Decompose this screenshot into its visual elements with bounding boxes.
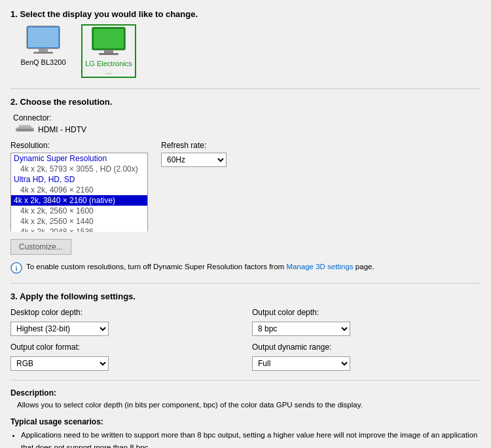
- svg-rect-1: [28, 28, 58, 47]
- divider3: [10, 380, 481, 381]
- monitor-icon-benq: [24, 26, 62, 56]
- output-dynamic-range-select[interactable]: Full Limited: [252, 356, 350, 371]
- resolution-section: Resolution: Dynamic Super Resolution 4k …: [10, 141, 481, 231]
- step2-title: 2. Choose the resolution.: [10, 97, 481, 107]
- refresh-rate-select[interactable]: 60Hz 30Hz 24Hz: [161, 153, 227, 167]
- resolution-list-inner: Dynamic Super Resolution 4k x 2k, 5793 ×…: [11, 153, 147, 232]
- refresh-label: Refresh rate:: [161, 141, 227, 150]
- res-item-uhd[interactable]: Ultra HD, HD, SD: [11, 174, 147, 185]
- typical-usage-label: Typical usage scenarios:: [10, 417, 481, 426]
- usage-list: Applications need to be written to suppo…: [21, 429, 481, 448]
- display-lg[interactable]: LG Electronics ...: [82, 26, 135, 77]
- info-text-after: page.: [354, 263, 374, 271]
- monitor-icon-lg: [90, 27, 128, 57]
- usage-item-0: Applications need to be written to suppo…: [21, 429, 481, 448]
- desktop-color-depth-field: Desktop color depth: Highest (32-bit) Me…: [10, 308, 239, 336]
- svg-rect-5: [94, 29, 124, 48]
- output-color-format-label: Output color format:: [10, 343, 239, 352]
- connector-label: Connector:: [13, 113, 481, 122]
- output-color-format-select[interactable]: RGB YCbCr444 YCbCr422 YCbCr420: [10, 356, 109, 371]
- output-dynamic-range-label: Output dynamic range:: [252, 343, 481, 352]
- info-row: i To enable custom resolutions, turn off…: [10, 261, 481, 274]
- description-text: Allows you to select color depth (in bit…: [17, 400, 481, 411]
- output-color-depth-select[interactable]: 8 bpc 10 bpc 12 bpc: [252, 322, 350, 336]
- connector-value: HDMI - HDTV: [38, 125, 86, 134]
- info-text: To enable custom resolutions, turn off D…: [26, 261, 374, 272]
- divider2: [10, 283, 481, 284]
- description-label: Description:: [10, 388, 481, 398]
- display-lg-label: LG Electronics ...: [84, 60, 134, 75]
- output-dynamic-range-field: Output dynamic range: Full Limited: [252, 343, 481, 371]
- res-item-dsr[interactable]: Dynamic Super Resolution: [11, 153, 147, 164]
- svg-rect-3: [33, 52, 53, 54]
- svg-rect-7: [99, 53, 118, 55]
- display-selector: BenQ BL3200 LG Electronics ...: [17, 26, 481, 77]
- resolution-label: Resolution:: [10, 141, 148, 150]
- connector-row: HDMI - HDTV: [16, 125, 481, 134]
- svg-rect-9: [17, 129, 33, 131]
- output-color-format-field: Output color format: RGB YCbCr444 YCbCr4…: [10, 343, 239, 371]
- info-icon: i: [10, 262, 22, 274]
- step1-title: 1. Select the display you would like to …: [10, 9, 481, 19]
- info-text-before: To enable custom resolutions, turn off D…: [26, 263, 286, 271]
- divider1: [10, 88, 481, 89]
- main-container: 1. Select the display you would like to …: [0, 0, 491, 448]
- svg-rect-2: [39, 48, 48, 52]
- resolution-col: Resolution: Dynamic Super Resolution 4k …: [10, 141, 148, 231]
- svg-marker-10: [18, 125, 31, 128]
- desktop-color-depth-select[interactable]: Highest (32-bit) Medium (16-bit) Low (8-…: [10, 322, 109, 336]
- output-color-depth-label: Output color depth:: [252, 308, 481, 317]
- svg-text:i: i: [15, 265, 17, 272]
- res-item-2560-1440[interactable]: 4k x 2k, 2560 × 1440: [11, 216, 147, 227]
- desktop-color-depth-label: Desktop color depth:: [10, 308, 239, 317]
- res-item-2048[interactable]: 4k x 2k, 2048 × 1536: [11, 227, 147, 232]
- res-item-2560-1600[interactable]: 4k x 2k, 2560 × 1600: [11, 206, 147, 216]
- refresh-col: Refresh rate: 60Hz 30Hz 24Hz: [161, 141, 227, 167]
- hdmi-icon: [16, 125, 34, 134]
- description-section: Description: Allows you to select color …: [10, 388, 481, 448]
- manage-3d-link[interactable]: Manage 3D settings: [286, 263, 353, 271]
- resolution-listbox[interactable]: Dynamic Super Resolution 4k x 2k, 5793 ×…: [11, 153, 147, 232]
- res-item-3840-selected[interactable]: 4k x 2k, 3840 × 2160 (native): [11, 195, 147, 206]
- res-item-4k-5793[interactable]: 4k x 2k, 5793 × 3055 , HD (2.00x): [11, 164, 147, 174]
- display-benq[interactable]: BenQ BL3200: [17, 26, 69, 77]
- svg-rect-6: [104, 50, 113, 53]
- settings-grid: Desktop color depth: Highest (32-bit) Me…: [10, 308, 481, 371]
- display-benq-label: BenQ BL3200: [20, 58, 65, 66]
- customize-button[interactable]: Customize...: [10, 239, 71, 255]
- output-color-depth-field: Output color depth: 8 bpc 10 bpc 12 bpc: [252, 308, 481, 336]
- res-item-4096[interactable]: 4k x 2k, 4096 × 2160: [11, 185, 147, 195]
- step3-title: 3. Apply the following settings.: [10, 291, 481, 301]
